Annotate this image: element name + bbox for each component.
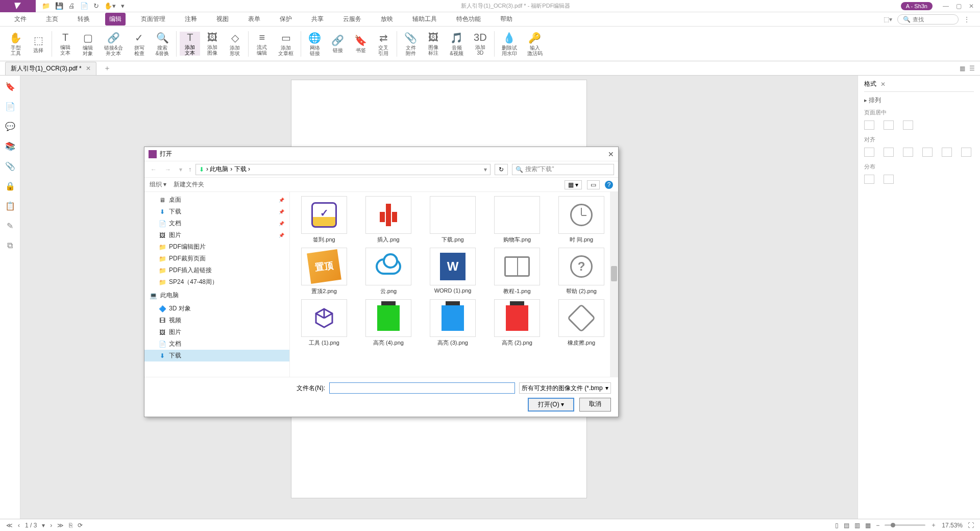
menu-item-12[interactable]: 辅助工具 — [408, 13, 441, 26]
menu-item-0[interactable]: 文件 — [10, 13, 31, 26]
zoom-out-button[interactable]: − — [876, 522, 879, 529]
file-item[interactable]: 橡皮擦.png — [551, 299, 611, 347]
menu-item-4[interactable]: 页面管理 — [137, 13, 169, 26]
align-center-button[interactable] — [884, 148, 894, 157]
view-grid-icon[interactable]: ▦ — [960, 65, 965, 72]
page-indicator[interactable]: 1 / 3 — [25, 522, 37, 529]
zoom-slider[interactable] — [885, 524, 925, 526]
minimize-button[interactable]: ― — [943, 3, 949, 10]
view-list-icon[interactable]: ☰ — [969, 65, 975, 72]
qat-undo-icon[interactable]: 📄 — [80, 2, 88, 10]
menu-item-10[interactable]: 云服务 — [339, 13, 365, 26]
search-box[interactable]: 🔍 — [897, 14, 959, 25]
collapse-ribbon-icon[interactable]: ⬚▾ — [884, 16, 892, 23]
menu-more-icon[interactable]: ⋮ — [964, 16, 970, 23]
view-continuous-icon[interactable]: ▤ — [844, 522, 849, 529]
file-item[interactable]: 置顶置顶2.png — [294, 248, 354, 295]
maximize-button[interactable]: ▢ — [956, 3, 962, 10]
file-item[interactable]: 签到.png — [294, 196, 354, 244]
document-tab[interactable]: 新人引导(1)_OCR(3).pdf * ✕ — [5, 62, 96, 75]
ribbon-button[interactable]: ✋手型 工具 — [5, 32, 26, 56]
folder-search-box[interactable]: 🔍 搜索"下载" — [512, 164, 614, 175]
qat-more-icon[interactable]: ▾ — [121, 2, 125, 10]
panel-close-icon[interactable]: ✕ — [880, 81, 886, 88]
nav-back-button[interactable]: ← — [149, 166, 159, 173]
path-segment-current[interactable]: › 下载 › — [230, 165, 250, 174]
menu-item-2[interactable]: 转换 — [74, 13, 94, 26]
nav-recent-button[interactable]: ▾ — [177, 166, 184, 173]
file-item[interactable]: 工具 (1).png — [294, 299, 354, 347]
qat-save-icon[interactable]: 💾 — [55, 2, 63, 10]
tree-node[interactable]: 🖼图片 — [144, 326, 289, 338]
center-v-button[interactable] — [884, 120, 894, 130]
tree-node[interactable]: 📁SP24（47-48周） — [144, 276, 289, 288]
nav-forward-button[interactable]: → — [163, 166, 173, 173]
view-facing-icon[interactable]: ▥ — [854, 522, 860, 529]
qat-open-icon[interactable]: 📁 — [42, 2, 50, 10]
dialog-close-button[interactable]: ✕ — [608, 150, 614, 158]
preview-pane-button[interactable]: ▭ — [587, 180, 600, 189]
align-left-button[interactable] — [864, 148, 874, 157]
fields-panel-icon[interactable]: 📋 — [5, 201, 15, 211]
help-button[interactable]: ? — [605, 181, 613, 189]
user-badge[interactable]: A - Sh3n — [901, 2, 933, 10]
attachments-panel-icon[interactable]: 📎 — [5, 161, 15, 171]
file-item[interactable]: 云.png — [358, 248, 419, 295]
path-dropdown-icon[interactable]: ▾ — [484, 166, 487, 173]
menu-item-7[interactable]: 表单 — [244, 13, 264, 26]
tree-node[interactable]: 📁PDF插入超链接 — [144, 264, 289, 276]
file-item[interactable]: 教程-1.png — [487, 248, 547, 295]
tree-node[interactable]: ⬇下载 — [144, 350, 289, 361]
ribbon-button[interactable]: 🔗链接 — [327, 34, 348, 53]
open-button[interactable]: 打开(O) ▾ — [528, 398, 574, 412]
qat-redo-icon[interactable]: ↻ — [93, 2, 99, 10]
tree-node[interactable]: 🔷3D 对象 — [144, 303, 289, 315]
file-list[interactable]: 签到.png插入.png下载.png购物车.png时 间.png置顶置顶2.pn… — [290, 192, 618, 377]
ribbon-button[interactable]: 💧删除试 用水印 — [498, 32, 521, 56]
ribbon-button[interactable]: ✓拼写 检查 — [129, 32, 150, 56]
file-item[interactable]: 插入.png — [358, 196, 419, 244]
menu-item-8[interactable]: 保护 — [276, 13, 296, 26]
search-input[interactable] — [913, 16, 953, 22]
qat-print-icon[interactable]: 🖨 — [68, 2, 75, 10]
align-right-button[interactable] — [903, 148, 913, 157]
qat-hand-icon[interactable]: ✋▾ — [104, 2, 116, 10]
fullscreen-icon[interactable]: ⛶ — [968, 522, 974, 529]
filetype-dropdown[interactable]: 所有可支持的图像文件 (*.bmp▾ — [519, 382, 611, 394]
menu-item-14[interactable]: 帮助 — [496, 13, 517, 26]
pages-panel-icon[interactable]: 📄 — [5, 102, 15, 111]
page-dropdown-icon[interactable]: ▾ — [42, 522, 45, 529]
more-panel-icon[interactable]: ⧉ — [7, 241, 13, 250]
zoom-value[interactable]: 17.53% — [942, 522, 963, 529]
file-item[interactable]: 高亮 (4).png — [358, 299, 419, 347]
new-folder-button[interactable]: 新建文件夹 — [174, 180, 204, 189]
ribbon-button[interactable]: ⬚选择 — [28, 34, 48, 53]
menu-item-13[interactable]: 特色功能 — [452, 13, 485, 26]
rotate-icon[interactable]: ⟳ — [78, 522, 83, 529]
zoom-in-button[interactable]: ＋ — [930, 521, 937, 529]
ribbon-button[interactable]: ≡流式 编辑 — [252, 32, 272, 56]
ribbon-button[interactable]: 🖼添加 图像 — [202, 32, 223, 56]
cancel-button[interactable]: 取消 — [579, 398, 611, 412]
file-item[interactable]: 高亮 (3).png — [423, 299, 483, 347]
nav-up-button[interactable]: ↑ — [188, 166, 191, 173]
distribute-h-button[interactable] — [864, 175, 874, 184]
close-button[interactable]: ✕ — [969, 3, 974, 10]
ribbon-button[interactable]: 📎文件 附件 — [400, 32, 421, 56]
view-single-icon[interactable]: ▯ — [835, 522, 839, 529]
file-item[interactable]: 下载.png — [423, 196, 483, 244]
ribbon-button[interactable]: 🎵音频 &视频 — [446, 32, 468, 56]
layers-panel-icon[interactable]: 📚 — [5, 141, 15, 151]
menu-item-3[interactable]: 编辑 — [105, 13, 126, 26]
ribbon-button[interactable]: ◇添加 形状 — [225, 32, 245, 56]
menu-item-11[interactable]: 放映 — [377, 13, 397, 26]
path-bar[interactable]: ⬇ › 此电脑 › 下载 › ▾ — [195, 164, 491, 175]
file-scrollbar[interactable] — [610, 192, 618, 377]
first-page-button[interactable]: ≪ — [6, 522, 13, 529]
ribbon-button[interactable]: ⇄交叉 引用 — [373, 32, 394, 56]
ribbon-button[interactable]: T添加 文本 — [180, 32, 200, 56]
file-item[interactable]: 时 间.png — [551, 196, 611, 244]
last-page-button[interactable]: ≫ — [57, 522, 64, 529]
tree-node[interactable]: 📁PDF裁剪页面 — [144, 253, 289, 264]
tree-node[interactable]: 🖥桌面📌 — [144, 194, 289, 206]
